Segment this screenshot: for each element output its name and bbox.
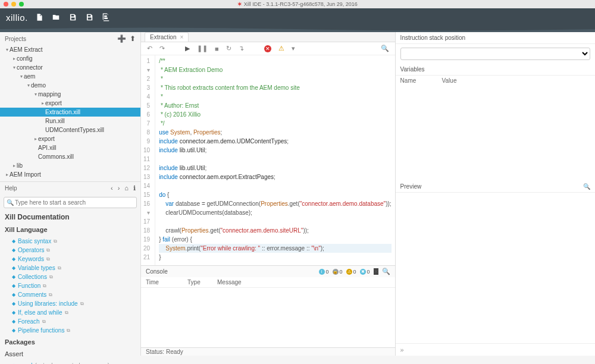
console-search-icon[interactable]: 🔍 (382, 268, 390, 275)
doc-item[interactable]: ◆ equal(actual, expected, message) (0, 361, 140, 364)
tree-item[interactable]: API.xill (0, 143, 140, 152)
step-into-icon[interactable]: ↴ (239, 45, 244, 52)
doc-item[interactable]: ◆ Foreach ⧉ (0, 317, 140, 326)
assert-list: ◆ equal(actual, expected, message)◆ erro… (0, 360, 140, 364)
folder-arrow-icon (33, 136, 38, 142)
open-folder-icon[interactable] (52, 13, 60, 21)
decorative-wave (0, 26, 595, 32)
variables-header: Variables (396, 64, 595, 76)
doc-item[interactable]: ◆ Operators ⧉ (0, 246, 140, 255)
main-toolbar: xillio. (0, 8, 595, 26)
minimize-window-icon[interactable] (11, 2, 16, 7)
save-as-icon[interactable] (85, 13, 93, 21)
help-back-icon[interactable]: ‹ (111, 184, 113, 192)
help-forward-icon[interactable]: › (118, 184, 120, 192)
console-error-icon[interactable]: ✖ (360, 269, 366, 275)
stop-icon[interactable]: ■ (215, 45, 219, 52)
packages-header: Packages (0, 336, 140, 348)
tree-item[interactable]: AEM Import (0, 170, 140, 179)
tab-extraction[interactable]: Extraction × (145, 32, 189, 42)
tree-item[interactable]: lib (0, 161, 140, 170)
preview-body (396, 193, 595, 343)
tree-item[interactable]: export (0, 134, 140, 143)
warnings-icon[interactable]: ⚠ (278, 45, 284, 52)
folder-arrow-icon (12, 56, 17, 61)
maximize-window-icon[interactable] (19, 2, 24, 7)
pause-icon[interactable]: ❚❚ (197, 45, 208, 52)
console-lock-icon[interactable]: 🔒 (333, 269, 339, 275)
redo-icon[interactable]: ↷ (159, 45, 165, 52)
project-tree: AEM Extract config connector aem demo ma… (0, 45, 140, 179)
variables-body (396, 86, 595, 181)
folder-arrow-icon (5, 47, 10, 52)
doc-header: Xill Documentation (0, 211, 140, 224)
add-project-icon[interactable]: ➕ (117, 34, 126, 43)
editor-gutter: 1 ▾2345678910111213141516 ▾1718192021 ▾2… (141, 55, 155, 265)
tree-item[interactable]: connector (0, 63, 140, 72)
sidebar: Projects ➕ ⬆ AEM Extract config connecto… (0, 32, 141, 356)
doc-item[interactable]: ◆ Collections ⧉ (0, 272, 140, 281)
doc-item[interactable]: ◆ Function ⧉ (0, 281, 140, 290)
console-clear-icon[interactable]: ✕ (374, 268, 378, 275)
tree-item[interactable]: UDMContentTypes.xill (0, 125, 140, 134)
upload-project-icon[interactable]: ⬆ (130, 34, 136, 43)
undo-icon[interactable]: ↶ (147, 45, 152, 52)
doc-item[interactable]: ◆ Comments ⧉ (0, 290, 140, 299)
help-search-input[interactable] (4, 197, 137, 208)
doc-item[interactable]: ◆ Keywords ⧉ (0, 255, 140, 263)
logo: xillio. (6, 12, 28, 23)
tree-item[interactable]: Commons.xill (0, 152, 140, 161)
close-tab-icon[interactable]: × (180, 34, 183, 40)
console-columns: Time Type Message (141, 277, 395, 288)
step-over-icon[interactable]: ↻ (226, 45, 231, 52)
window-title: ✶ Xill IDE - 3.1.1-RC3-57-g468c578, Jun … (237, 1, 358, 7)
editor-pane: Extraction × ↶ ↷ ▶ ❚❚ ■ ↻ ↴ ✕ ⚠ ▾ 🔍 1 ▾2… (141, 32, 395, 356)
status-value: Ready (166, 349, 183, 355)
folder-arrow-icon (5, 172, 10, 177)
preview-search-icon[interactable]: 🔍 (583, 183, 590, 190)
doc-item[interactable]: ◆ Basic syntax ⧉ (0, 237, 140, 246)
new-file-icon[interactable] (35, 13, 43, 21)
tree-item[interactable]: mapping (0, 90, 140, 99)
folder-arrow-icon (12, 163, 17, 168)
doc-item[interactable]: ◆ If, else and while ⧉ (0, 308, 140, 317)
dropdown-icon[interactable]: ▾ (292, 45, 295, 52)
tab-bar: Extraction × (141, 32, 395, 42)
tree-item[interactable]: aem (0, 72, 140, 81)
right-pane: Instruction stack position Variables Nam… (395, 32, 595, 356)
console-body (141, 288, 395, 347)
console-label: Console (146, 268, 168, 275)
run-icon[interactable]: ▶ (185, 45, 190, 52)
save-icon[interactable] (68, 13, 77, 21)
folder-arrow-icon (19, 74, 24, 79)
save-all-icon[interactable] (102, 13, 110, 21)
editor-search-icon[interactable]: 🔍 (381, 45, 389, 52)
console-warn-icon[interactable]: ⚠ (346, 269, 352, 275)
tree-item[interactable]: Extraction.xill (0, 108, 140, 117)
tree-item[interactable]: AEM Extract (0, 45, 140, 54)
console-panel: Console i0 🔒0 ⚠0 ✖0 ✕ 🔍 Time Type Messag… (141, 265, 395, 347)
projects-header: Projects ➕ ⬆ (0, 32, 140, 45)
tree-item[interactable]: config (0, 54, 140, 63)
tree-item[interactable]: export (0, 99, 140, 108)
close-window-icon[interactable] (4, 2, 8, 7)
help-home-icon[interactable]: ⌂ (124, 184, 129, 192)
editor-code[interactable]: /** * AEM Extraction Demo * * This robot… (155, 55, 394, 265)
folder-arrow-icon (26, 83, 31, 88)
traffic-lights (4, 2, 24, 7)
titlebar: ✶ Xill IDE - 3.1.1-RC3-57-g468c578, Jun … (0, 0, 595, 8)
lang-header: Xill Language (0, 224, 140, 236)
expand-icon[interactable]: » (396, 343, 595, 356)
help-info-icon[interactable]: ℹ (133, 184, 136, 192)
clear-breakpoints-icon[interactable]: ✕ (264, 45, 271, 52)
doc-item[interactable]: ◆ Using libraries: include ⧉ (0, 299, 140, 308)
folder-arrow-icon (40, 101, 45, 106)
tree-item[interactable]: Run.xill (0, 117, 140, 125)
doc-list: ◆ Basic syntax ⧉◆ Operators ⧉◆ Keywords … (0, 236, 140, 336)
tree-item[interactable]: demo (0, 81, 140, 90)
stack-select[interactable] (400, 48, 590, 60)
doc-item[interactable]: ◆ Variable types ⧉ (0, 263, 140, 272)
doc-item[interactable]: ◆ Pipeline functions ⧉ (0, 326, 140, 335)
console-info-icon[interactable]: i (319, 269, 325, 275)
folder-arrow-icon (12, 65, 17, 70)
